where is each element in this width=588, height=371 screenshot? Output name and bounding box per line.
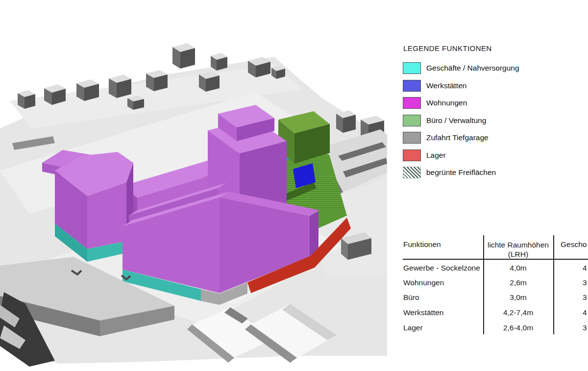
legend-item-werkstaetten: Werkstätten bbox=[403, 79, 579, 92]
legend-swatch-freiflaechen bbox=[403, 167, 421, 178]
table-row: Büro 3,0m 3 bbox=[403, 293, 588, 304]
legend-label: Büro / Verwaltung bbox=[426, 116, 486, 125]
legend-swatch-tiefgarage bbox=[403, 132, 421, 144]
legend-label: Lager bbox=[426, 151, 446, 160]
legend-item-freiflaechen: begrünte Freiflächen bbox=[403, 166, 579, 179]
legend-item-geschaefte: Geschäfte / Nahversorgung bbox=[403, 62, 579, 74]
legend-swatch-geschaefte bbox=[403, 62, 421, 74]
table-header-rule bbox=[403, 259, 588, 260]
table-row: Gewerbe - Sockelzone 4,0m 4 bbox=[403, 264, 588, 274]
site-3d-model-svg bbox=[0, 0, 387, 371]
legend-label: begrünte Freiflächen bbox=[426, 168, 496, 177]
legend-label: Geschäfte / Nahversorgung bbox=[426, 64, 519, 73]
col-header-raumhoehen: lichte Raumhöhen (LRH) bbox=[484, 240, 552, 259]
architectural-plan-page: { "legend": { "title": "LEGENDE FUNKTION… bbox=[0, 0, 588, 371]
site-3d-model bbox=[0, 0, 387, 371]
legend-swatch-werkstaetten bbox=[403, 80, 421, 92]
col-header-funktionen: Funktionen bbox=[403, 240, 441, 249]
legend-item-buero: Büro / Verwaltung bbox=[403, 114, 579, 127]
legend-label: Wohnungen bbox=[426, 99, 467, 107]
legend-swatch-lager bbox=[403, 149, 421, 161]
table-row: Werkstätten 4,2-7,4m 4 bbox=[403, 308, 588, 319]
legend-item-tiefgarage: Zufahrt Tiefgarage bbox=[403, 131, 579, 144]
legend-item-lager: Lager bbox=[403, 149, 579, 162]
legend: LEGENDE FUNKTIONEN Geschäfte / Nahversor… bbox=[403, 44, 579, 184]
table-row: Lager 2,6-4,0m 3 bbox=[403, 323, 588, 334]
table-row: Wohnungen 2,6m 3 bbox=[403, 278, 588, 289]
legend-label: Werkstätten bbox=[426, 81, 466, 90]
functions-table: Funktionen lichte Raumhöhen (LRH) Gescho… bbox=[403, 234, 588, 336]
col-header-geschosse: Gescho bbox=[561, 240, 587, 249]
legend-swatch-wohnungen bbox=[403, 97, 421, 109]
legend-title: LEGENDE FUNKTIONEN bbox=[403, 44, 579, 52]
legend-swatch-buero bbox=[403, 115, 421, 126]
legend-label: Zufahrt Tiefgarage bbox=[426, 133, 489, 142]
legend-item-wohnungen: Wohnungen bbox=[403, 97, 579, 109]
